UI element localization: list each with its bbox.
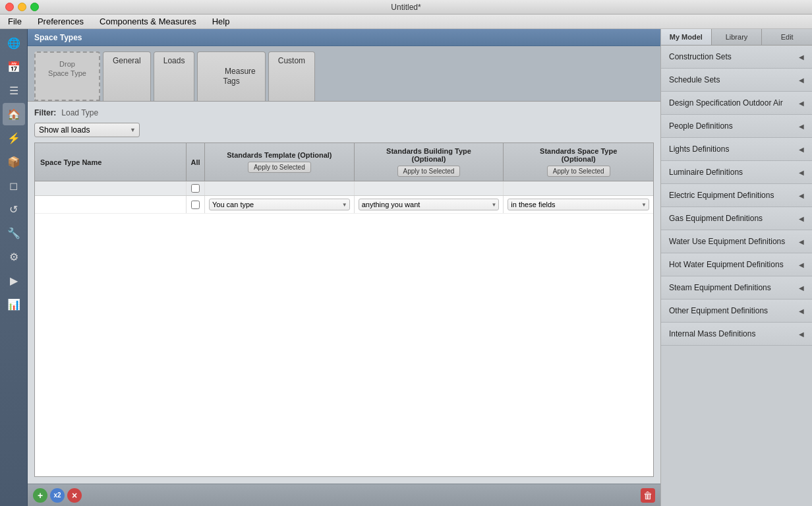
tab-my-model[interactable]: My Model bbox=[661, 29, 712, 45]
tab-drop-space-type[interactable]: Drop Space Type bbox=[34, 51, 100, 101]
tab-loads[interactable]: Loads bbox=[154, 51, 195, 101]
right-item-other-equipment[interactable]: Other Equipment Definitions ◀ bbox=[661, 300, 812, 323]
sidebar-icon-gear[interactable]: ⚙ bbox=[3, 245, 25, 268]
menu-preferences[interactable]: Preferences bbox=[35, 15, 86, 28]
menu-file[interactable]: File bbox=[5, 15, 24, 28]
th-space-type-label: Standards Space Type (Optional) bbox=[540, 147, 617, 163]
trash-button[interactable]: 🗑 bbox=[641, 488, 655, 503]
th-template-label: Standards Template (Optional) bbox=[227, 151, 332, 159]
right-item-electric-equipment-label: Electric Equipment Definitions bbox=[669, 191, 774, 200]
sidebar-icon-chart[interactable]: 📊 bbox=[3, 293, 25, 315]
th-name: Space Type Name bbox=[35, 143, 187, 181]
window-controls[interactable] bbox=[5, 3, 39, 11]
right-item-luminaire-definitions[interactable]: Luminaire Definitions ◀ bbox=[661, 161, 812, 184]
right-item-lights-definitions-label: Lights Definitions bbox=[669, 144, 729, 154]
tab-custom-label: Custom bbox=[278, 56, 305, 65]
apply-space-type-button[interactable]: Apply to Selected bbox=[547, 166, 610, 177]
row-checkbox[interactable] bbox=[191, 201, 200, 209]
main-content: Space Types Drop Space Type General Load… bbox=[28, 29, 660, 506]
menu-bar: File Preferences Components & Measures H… bbox=[0, 15, 812, 29]
right-item-gas-equipment[interactable]: Gas Equipment Definitions ◀ bbox=[661, 207, 812, 230]
luminaire-definitions-arrow-icon: ◀ bbox=[799, 169, 804, 176]
right-item-schedule-sets-label: Schedule Sets bbox=[669, 75, 720, 84]
apply-template-button[interactable]: Apply to Selected bbox=[248, 162, 311, 173]
right-item-schedule-sets[interactable]: Schedule Sets ◀ bbox=[661, 69, 812, 92]
sidebar-icon-list[interactable]: ☰ bbox=[3, 79, 25, 102]
right-item-internal-mass-label: Internal Mass Definitions bbox=[669, 329, 755, 338]
loop-icon: ↺ bbox=[9, 203, 18, 216]
add-button[interactable]: + bbox=[33, 488, 47, 503]
sidebar-icon-space[interactable]: 🏠 bbox=[3, 103, 25, 125]
td-template-value[interactable]: You can type bbox=[205, 196, 355, 213]
close-button[interactable] bbox=[5, 3, 14, 11]
td-all-checkbox[interactable] bbox=[187, 181, 205, 195]
right-item-people-definitions[interactable]: People Definitions ◀ bbox=[661, 115, 812, 138]
template-select[interactable]: You can type bbox=[209, 199, 350, 210]
filter-select[interactable]: Show all loadsPeopleLightsElectric Equip… bbox=[34, 123, 140, 137]
outlet-icon: ⚡ bbox=[7, 132, 20, 144]
th-space-type: Standards Space Type (Optional) Apply to… bbox=[504, 143, 653, 181]
right-item-lights-definitions[interactable]: Lights Definitions ◀ bbox=[661, 138, 812, 161]
left-sidebar: 🌐 📅 ☰ 🏠 ⚡ 📦 ◻ ↺ 🔧 ⚙ ▶ 📊 bbox=[0, 29, 28, 506]
menu-help[interactable]: Help bbox=[210, 15, 233, 28]
space-type-select-wrapper: in these fields bbox=[508, 199, 649, 210]
td-space-type-value[interactable]: in these fields bbox=[504, 196, 653, 213]
td-template-subheader bbox=[205, 181, 355, 195]
space-type-select[interactable]: in these fields bbox=[508, 199, 649, 210]
sidebar-icon-play[interactable]: ▶ bbox=[3, 269, 25, 292]
building-type-select[interactable]: anything you want bbox=[359, 199, 500, 210]
right-item-internal-mass[interactable]: Internal Mass Definitions ◀ bbox=[661, 323, 812, 346]
tab-library[interactable]: Library bbox=[712, 29, 763, 45]
td-building-type-value[interactable]: anything you want bbox=[355, 196, 504, 213]
right-item-design-spec-label: Design Specification Outdoor Air bbox=[669, 98, 783, 108]
minimize-button[interactable] bbox=[18, 3, 26, 11]
right-item-water-use-equipment[interactable]: Water Use Equipment Definitions ◀ bbox=[661, 230, 812, 253]
tab-custom[interactable]: Custom bbox=[268, 51, 315, 101]
tab-edit[interactable]: Edit bbox=[762, 29, 812, 45]
trash-icon: 🗑 bbox=[643, 490, 652, 501]
sidebar-icon-outlet[interactable]: ⚡ bbox=[3, 127, 25, 149]
right-item-hot-water-equipment[interactable]: Hot Water Equipment Definitions ◀ bbox=[661, 253, 812, 276]
filter-type-label: Load Type bbox=[61, 108, 98, 117]
td-row-checkbox[interactable] bbox=[187, 196, 205, 213]
tab-measure-tags[interactable]: Measure Tags bbox=[197, 51, 265, 101]
filter-select-row: Show all loadsPeopleLightsElectric Equip… bbox=[34, 123, 654, 137]
space-types-header: Space Types bbox=[28, 29, 660, 46]
electric-equipment-arrow-icon: ◀ bbox=[799, 192, 804, 199]
right-item-design-spec[interactable]: Design Specification Outdoor Air ◀ bbox=[661, 92, 812, 115]
th-template: Standards Template (Optional) Apply to S… bbox=[205, 143, 355, 181]
td-space-type-name[interactable]: Space Type 1 bbox=[35, 196, 187, 213]
th-building-type-label: Standards Building Type (Optional) bbox=[386, 147, 471, 163]
sidebar-icon-globe[interactable]: 🌐 bbox=[3, 32, 25, 54]
internal-mass-arrow-icon: ◀ bbox=[799, 331, 804, 338]
tab-general[interactable]: General bbox=[103, 51, 151, 101]
filter-row: Filter: Load Type bbox=[34, 108, 654, 117]
right-item-luminaire-definitions-label: Luminaire Definitions bbox=[669, 168, 743, 177]
sidebar-icon-loop[interactable]: ↺ bbox=[3, 198, 25, 220]
right-item-electric-equipment[interactable]: Electric Equipment Definitions ◀ bbox=[661, 184, 812, 207]
maximize-button[interactable] bbox=[30, 3, 39, 11]
chart-icon: 📊 bbox=[7, 298, 20, 311]
sidebar-icon-surface[interactable]: ◻ bbox=[3, 174, 25, 197]
menu-components-measures[interactable]: Components & Measures bbox=[97, 15, 199, 28]
space-type-name-input[interactable]: Space Type 1 bbox=[39, 201, 182, 208]
play-icon: ▶ bbox=[10, 274, 18, 287]
tab-area: Drop Space Type General Loads Measure Ta… bbox=[28, 46, 660, 101]
list-icon: ☰ bbox=[9, 84, 18, 97]
hot-water-equipment-arrow-icon: ◀ bbox=[799, 261, 804, 269]
sidebar-icon-cube[interactable]: 📦 bbox=[3, 150, 25, 173]
remove-button[interactable]: × bbox=[67, 488, 82, 503]
copy-button[interactable]: x2 bbox=[50, 488, 65, 503]
right-item-construction-sets-label: Construction Sets bbox=[669, 52, 732, 61]
td-space-type-subheader bbox=[504, 181, 653, 195]
bottom-bar: + x2 × 🗑 bbox=[28, 484, 660, 506]
sidebar-icon-calendar[interactable]: 📅 bbox=[3, 55, 25, 78]
tab-measure-tags-label: Measure Tags bbox=[223, 67, 255, 86]
right-panel: Construction Sets ◀ Schedule Sets ◀ Desi… bbox=[661, 46, 812, 506]
apply-building-type-button[interactable]: Apply to Selected bbox=[397, 166, 461, 177]
all-checkbox[interactable] bbox=[191, 184, 200, 193]
right-item-construction-sets[interactable]: Construction Sets ◀ bbox=[661, 46, 812, 69]
sidebar-icon-tool[interactable]: 🔧 bbox=[3, 222, 25, 244]
right-item-steam-equipment[interactable]: Steam Equipment Definitions ◀ bbox=[661, 276, 812, 300]
tab-edit-label: Edit bbox=[781, 33, 794, 41]
